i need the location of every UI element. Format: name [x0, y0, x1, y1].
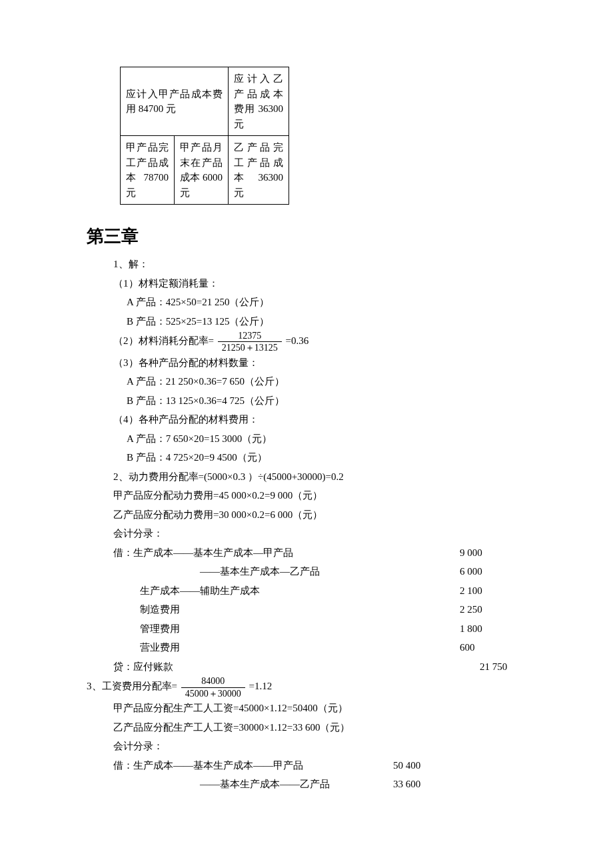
- q1-p2-frac: 12375 21250＋13125: [218, 331, 282, 353]
- cell-r2c2: 甲产品月末在产品成本 6000 元: [175, 136, 229, 205]
- q1-p1a: A 产品：425×50=21 250（公斤）: [87, 293, 533, 312]
- q2-l6: ——基本生产成本—乙产品 6 000: [87, 562, 533, 581]
- q3-l4: 会计分录：: [87, 737, 533, 756]
- q2-l9-amt: 1 800: [460, 619, 482, 639]
- q2-l1: 2、动力费用分配率=(5000×0.3 ）÷(45000+30000)=0.2: [87, 467, 533, 487]
- q2-l5-amt: 9 000: [460, 543, 482, 563]
- q1-p3: （3）各种产品分配的材料数量：: [87, 353, 533, 373]
- q3-l2: 甲产品应分配生产工人工资=45000×1.12=50400（元）: [87, 699, 533, 718]
- q2-l6-label: ——基本生产成本—乙产品: [200, 566, 320, 577]
- q2-l2: 甲产品应分配动力费用=45 000×0.2=9 000（元）: [87, 486, 533, 505]
- frac-num: 84000: [181, 676, 245, 687]
- q2-l9-label: 管理费用: [140, 623, 180, 634]
- q2-l5-label: 借：生产成本——基本生产成本—甲产品: [113, 547, 293, 558]
- q2-l7-label: 生产成本——辅助生产成本: [140, 585, 260, 596]
- q2-l10-amt: 600: [460, 638, 475, 657]
- q3-head-pre: 3、工资费用分配率=: [87, 681, 177, 692]
- q1-p2: （2）材料消耗分配率= 12375 21250＋13125 =0.36: [87, 331, 533, 353]
- q2-l10-label: 营业费用: [140, 642, 180, 653]
- q3-frac: 84000 45000＋30000: [181, 676, 245, 699]
- q3-l6: ——基本生产成本——乙产品 33 600: [87, 775, 533, 794]
- q2-l11: 贷：应付账款 21 750: [87, 657, 533, 677]
- frac-den: 45000＋30000: [181, 688, 245, 699]
- q1-p3b: B 产品：13 125×0.36=4 725（公斤）: [87, 391, 533, 411]
- q2-l11-label: 贷：应付账款: [113, 661, 173, 672]
- q3-l5-amt: 50 400: [393, 756, 420, 775]
- q1-p4a: A 产品：7 650×20=15 3000（元）: [87, 429, 533, 449]
- q3-l3: 乙产品应分配生产工人工资=30000×1.12=33 600（元）: [87, 718, 533, 737]
- q3-l6-amt: 33 600: [393, 775, 420, 794]
- q3-l5-label: 借：生产成本——基本生产成本——甲产品: [113, 760, 303, 771]
- q2-l5: 借：生产成本——基本生产成本—甲产品 9 000: [87, 543, 533, 563]
- frac-den: 21250＋13125: [218, 342, 282, 353]
- cell-r1c12: 应计入甲产品成本费用 84700 元: [121, 67, 229, 136]
- cost-table: 应计入甲产品成本费用 84700 元 应计入乙产品成本费用 36300 元 甲产…: [120, 67, 289, 205]
- q1-p4b: B 产品：4 725×20=9 4500（元）: [87, 448, 533, 467]
- q1-p4: （4）各种产品分配的材料费用：: [87, 410, 533, 429]
- chapter-heading: 第三章: [87, 225, 533, 248]
- q2-l7-amt: 2 100: [460, 581, 482, 601]
- q2-l6-amt: 6 000: [460, 562, 482, 581]
- page: 应计入甲产品成本费用 84700 元 应计入乙产品成本费用 36300 元 甲产…: [0, 0, 613, 834]
- q1-p2-post: =0.36: [285, 335, 308, 346]
- q3-l6-label: ——基本生产成本——乙产品: [200, 779, 330, 789]
- q2-l11-amt: 21 750: [480, 657, 507, 677]
- q2-l8-amt: 2 250: [460, 600, 482, 619]
- cell-r2c1: 甲产品完工产品成本 78700 元: [121, 136, 175, 205]
- q2-l8: 制造费用 2 250: [87, 600, 533, 619]
- q2-l3: 乙产品应分配动力费用=30 000×0.2=6 000（元）: [87, 505, 533, 525]
- q2-l4: 会计分录：: [87, 524, 533, 543]
- q3-head-post: =1.12: [249, 681, 272, 692]
- body: 1、解： （1）材料定额消耗量： A 产品：425×50=21 250（公斤） …: [87, 255, 533, 794]
- q2-l9: 管理费用 1 800: [87, 619, 533, 639]
- cell-r1c3: 应计入乙产品成本费用 36300 元: [229, 67, 289, 136]
- q3-l5: 借：生产成本——基本生产成本——甲产品 50 400: [87, 756, 533, 775]
- frac-num: 12375: [218, 331, 282, 342]
- q2-l8-label: 制造费用: [140, 604, 180, 615]
- q3-head: 3、工资费用分配率= 84000 45000＋30000 =1.12: [87, 676, 533, 699]
- q1-p2-pre: （2）材料消耗分配率=: [113, 335, 214, 346]
- cell-r2c3: 乙产品完工产品成本 36300 元: [229, 136, 289, 205]
- q1-p1: （1）材料定额消耗量：: [87, 274, 533, 293]
- q1-p1b: B 产品：525×25=13 125（公斤）: [87, 312, 533, 331]
- q2-l10: 营业费用 600: [87, 638, 533, 657]
- q2-l7: 生产成本——辅助生产成本 2 100: [87, 581, 533, 601]
- q1-head: 1、解：: [87, 255, 533, 274]
- q1-p3a: A 产品：21 250×0.36=7 650（公斤）: [87, 372, 533, 391]
